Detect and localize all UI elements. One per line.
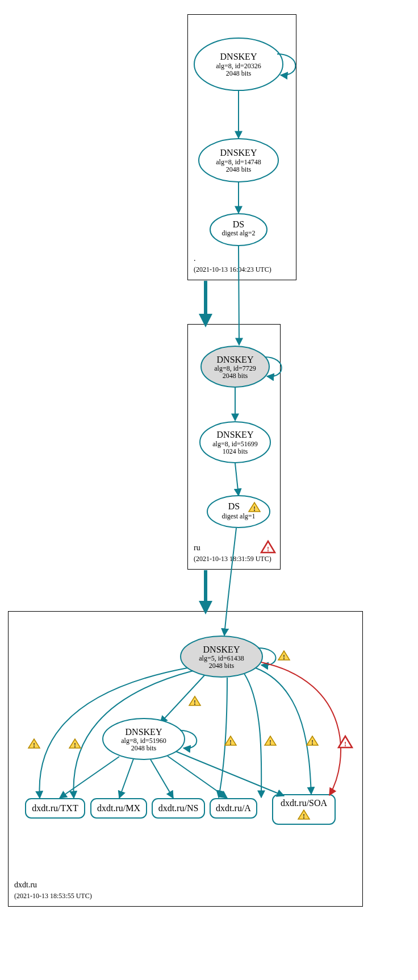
edge-dx-ksk-to-zsk [160, 675, 204, 723]
svg-text:dxdt.ru/NS: dxdt.ru/NS [158, 803, 199, 813]
svg-text:digest alg=1: digest alg=1 [221, 512, 255, 520]
svg-text:!: ! [344, 740, 346, 748]
node-ru-zsk[interactable]: DNSKEY alg=8, id=51699 1024 bits [200, 422, 270, 463]
svg-text:dxdt.ru/SOA: dxdt.ru/SOA [281, 798, 328, 808]
edge-ksk-soa-error [261, 662, 341, 795]
svg-text:DNSKEY: DNSKEY [217, 355, 254, 364]
edge-zsk-a [168, 756, 227, 798]
warning-icon: ! [225, 736, 236, 746]
edge-ru-ds-to-dx-ksk [224, 528, 236, 636]
svg-text:alg=8, id=51960: alg=8, id=51960 [121, 737, 166, 745]
edge-ksk-ns [219, 678, 227, 798]
svg-text:alg=8, id=20326: alg=8, id=20326 [216, 62, 261, 70]
svg-text:2048 bits: 2048 bits [131, 744, 157, 752]
edge-zsk-mx [119, 759, 133, 798]
svg-text:!: ! [303, 812, 305, 820]
svg-text:dxdt.ru/MX: dxdt.ru/MX [97, 803, 140, 813]
node-rr-txt[interactable]: dxdt.ru/TXT [26, 799, 85, 818]
svg-text:DS: DS [233, 219, 244, 229]
svg-text:2048 bits: 2048 bits [226, 69, 252, 77]
warning-icon: ! [307, 736, 318, 746]
svg-text:DNSKEY: DNSKEY [220, 148, 257, 157]
edge-zsk-ns [151, 759, 173, 798]
warning-icon: ! [189, 696, 200, 707]
node-root-ksk[interactable]: DNSKEY alg=8, id=20326 2048 bits [194, 38, 283, 90]
svg-text:dxdt.ru/TXT: dxdt.ru/TXT [32, 803, 78, 813]
error-icon: ! [261, 541, 275, 553]
warning-icon: ! [69, 739, 81, 749]
svg-text:alg=8, id=51699: alg=8, id=51699 [212, 440, 258, 448]
warning-icon: ! [278, 651, 290, 661]
edge-ksk-a [244, 674, 261, 798]
svg-text:!: ! [33, 741, 35, 749]
svg-text:!: ! [267, 545, 269, 553]
svg-text:alg=8, id=7729: alg=8, id=7729 [214, 364, 256, 372]
svg-text:!: ! [283, 653, 285, 661]
svg-text:alg=8, id=14748: alg=8, id=14748 [216, 158, 261, 166]
node-rr-ns[interactable]: dxdt.ru/NS [152, 799, 204, 818]
svg-text:2048 bits: 2048 bits [223, 372, 248, 380]
svg-text:DNSKEY: DNSKEY [126, 727, 162, 737]
node-root-zsk[interactable]: DNSKEY alg=8, id=14748 2048 bits [199, 139, 278, 182]
node-rr-mx[interactable]: dxdt.ru/MX [91, 799, 147, 818]
node-rr-a[interactable]: dxdt.ru/A [210, 799, 257, 818]
svg-text:alg=5, id=61438: alg=5, id=61438 [199, 654, 244, 662]
svg-text:!: ! [194, 699, 196, 707]
node-root-ds[interactable]: DS digest alg=2 [210, 214, 267, 246]
svg-text:!: ! [74, 741, 76, 749]
edge-ru-zsk-to-ds [235, 463, 239, 496]
svg-text:DS: DS [228, 501, 240, 511]
node-ru-ksk[interactable]: DNSKEY alg=8, id=7729 2048 bits [201, 346, 269, 387]
edge-ksk-soa [256, 668, 311, 794]
svg-text:!: ! [269, 738, 271, 746]
svg-text:!: ! [253, 505, 256, 513]
warning-icon: ! [28, 739, 40, 749]
svg-text:DNSKEY: DNSKEY [220, 52, 257, 61]
svg-text:dxdt.ru/A: dxdt.ru/A [216, 803, 251, 813]
svg-text:DNSKEY: DNSKEY [203, 645, 240, 654]
svg-text:1024 bits: 1024 bits [223, 447, 248, 455]
edge-root-ds-to-ru-ksk [239, 246, 239, 345]
svg-text:!: ! [229, 738, 232, 746]
svg-text:digest alg=2: digest alg=2 [221, 229, 255, 237]
edge-zsk-txt [60, 757, 119, 798]
warning-icon: ! [265, 736, 276, 746]
node-dx-zsk[interactable]: DNSKEY alg=8, id=51960 2048 bits [103, 719, 185, 759]
svg-text:!: ! [311, 738, 314, 746]
svg-text:2048 bits: 2048 bits [209, 662, 235, 670]
svg-text:DNSKEY: DNSKEY [217, 430, 254, 439]
svg-text:2048 bits: 2048 bits [226, 165, 252, 173]
